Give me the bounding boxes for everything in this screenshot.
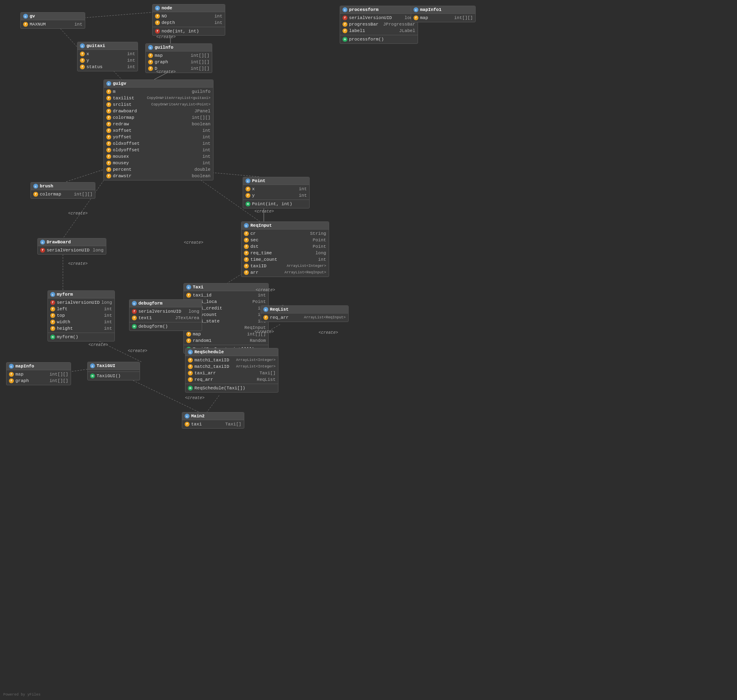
class-name: mapInfo — [15, 364, 34, 369]
field-icon: f — [106, 174, 111, 178]
field-icon: f — [50, 320, 55, 324]
method-icon: m — [132, 324, 137, 329]
field-type: long — [93, 247, 103, 253]
field-row: f mousey int — [104, 160, 213, 166]
field-icon: f — [155, 20, 160, 25]
field-name: req_time — [250, 250, 283, 256]
field-type: guilnfo — [192, 89, 210, 94]
class-guiinfo: c guilnfo f map int[][] f graph int[][] … — [145, 43, 212, 73]
class-icon: c — [263, 307, 268, 312]
field-name: node(int, int) — [162, 28, 199, 34]
field-name: map — [193, 331, 225, 337]
field-row: f req_arr ReqList — [185, 376, 278, 383]
class-icon: c — [148, 45, 153, 50]
field-name: serialVersionUID — [57, 300, 100, 305]
field-type: int[][] — [74, 191, 93, 197]
class-name: debugform — [138, 301, 162, 306]
field-type: int[][] — [191, 66, 209, 71]
class-name: DrawBoard — [47, 240, 71, 245]
field-name: y — [86, 58, 119, 63]
field-row: f match1_taxiID ArrayList<Integer> — [185, 357, 278, 363]
class-icon: c — [9, 364, 14, 369]
field-icon: f — [244, 238, 249, 243]
field-type: Point — [313, 244, 326, 249]
field-name: arr — [250, 270, 283, 275]
field-type: int — [203, 141, 211, 146]
class-icon: c — [343, 7, 347, 12]
field-icon: f — [50, 313, 55, 318]
class-point: c Point f x int f y int m Point(int, int… — [243, 177, 310, 208]
field-type: int — [299, 193, 307, 198]
field-name: label1 — [349, 28, 381, 34]
field-icon: f — [80, 52, 85, 56]
field-name: time_count — [250, 257, 283, 262]
field-icon: f — [106, 161, 111, 165]
field-name: taxi_id — [193, 292, 225, 298]
field-type: int — [214, 13, 222, 19]
field-name: width — [57, 319, 89, 325]
class-name: guitaxi — [86, 43, 105, 48]
field-name: oldxoffset — [113, 141, 145, 146]
field-row: f y int — [78, 57, 138, 64]
field-row: f time_count int — [241, 256, 329, 263]
create-label: <create> — [156, 35, 176, 39]
create-label-3: <create> — [68, 211, 88, 216]
field-icon: f — [106, 167, 111, 172]
field-icon: f — [80, 64, 85, 69]
field-name: taxiID — [250, 263, 283, 269]
field-name: random1 — [193, 338, 225, 344]
field-icon: f — [40, 248, 45, 253]
field-type: boolean — [192, 121, 210, 127]
field-name: redraw — [113, 121, 145, 127]
field-name: x — [252, 186, 284, 192]
field-icon: f — [186, 332, 191, 337]
field-name: text1 — [138, 315, 171, 321]
field-row: f map int[][] — [146, 52, 212, 59]
class-icon: c — [414, 7, 418, 12]
class-drawboard: c DrawBoard f serialVersionUID long — [37, 238, 106, 255]
field-row: f taxilist CopyOnWriteArrayList<guitaxi> — [104, 95, 213, 101]
class-name: ReqInput — [250, 223, 272, 228]
class-reqinput: c ReqInput f cr String f sec Point f dst… — [241, 221, 329, 277]
field-icon: f — [50, 300, 55, 305]
class-icon: c — [33, 184, 38, 189]
field-icon: f — [148, 60, 153, 64]
class-name: myform — [57, 292, 73, 297]
create-label-12: <create> — [185, 396, 205, 400]
field-name: height — [57, 326, 89, 331]
field-icon: f — [343, 28, 347, 33]
create-label-9: <create> — [254, 330, 274, 334]
field-icon: f — [244, 231, 249, 236]
field-icon: f — [132, 316, 137, 320]
field-icon: f — [9, 372, 14, 377]
field-type: JTextArea — [175, 315, 199, 321]
field-name: req_arr — [194, 377, 227, 382]
field-row: f drawboard JPanel — [104, 108, 213, 114]
field-name: status — [86, 64, 119, 70]
field-name: taxi_arr — [194, 370, 227, 376]
field-row: m Point(int, int) — [243, 201, 309, 207]
field-name: myform() — [57, 334, 89, 340]
field-type: CopyOnWriteArrayList<guitaxi> — [147, 95, 211, 101]
field-name: processform() — [349, 37, 384, 42]
field-type: int — [104, 319, 112, 325]
field-name: sec — [250, 237, 283, 243]
field-row: f label1 JLabel — [340, 28, 418, 34]
field-name: ReqSchedule(Taxi[]) — [194, 385, 245, 391]
field-row: f drawstr boolean — [104, 173, 213, 179]
field-type: int — [127, 51, 135, 57]
field-name: NO — [162, 13, 194, 19]
field-name: y — [252, 193, 284, 198]
field-icon: f — [50, 326, 55, 331]
field-name: graph — [15, 378, 48, 384]
field-name: map — [420, 15, 453, 21]
field-icon: f — [343, 22, 347, 27]
field-type: int — [214, 20, 222, 26]
field-icon: f — [106, 122, 111, 127]
class-processform: c processform f serialVersionUID long f … — [340, 6, 418, 44]
field-row: f graph int[][] — [146, 59, 212, 65]
field-row: f left int — [48, 306, 114, 312]
field-type: int — [203, 154, 211, 159]
field-name: oldyoffset — [113, 147, 145, 153]
field-type: ArrayList<ReqInput> — [284, 270, 326, 275]
